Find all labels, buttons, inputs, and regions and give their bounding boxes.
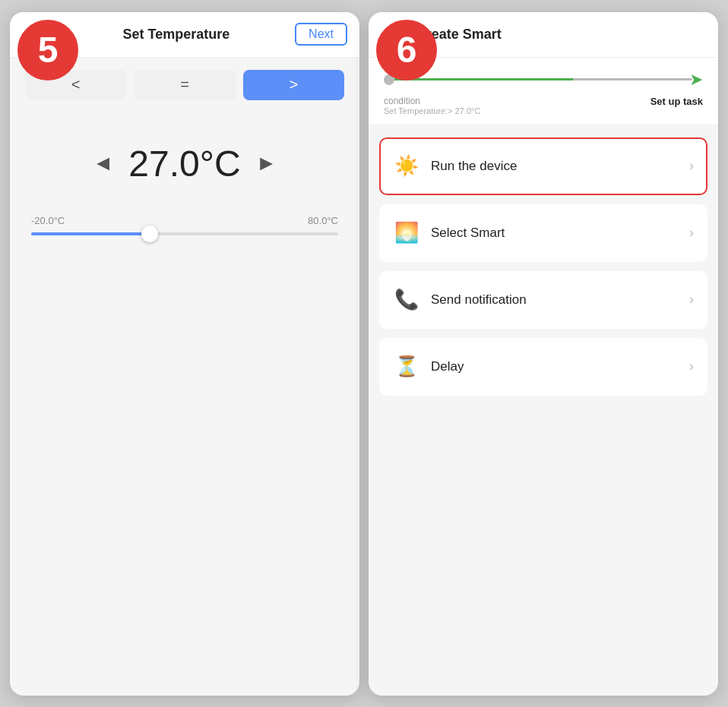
send-notification-label: Send notification	[431, 292, 679, 308]
run-device-label: Run the device	[431, 159, 679, 174]
select-smart-chevron: ›	[689, 225, 694, 241]
temp-decrease-arrow[interactable]: ◄	[93, 151, 114, 175]
temp-increase-arrow[interactable]: ►	[256, 151, 277, 175]
delay-chevron: ›	[689, 358, 694, 374]
slider-thumb[interactable]	[141, 226, 158, 242]
temp-display: ◄ 27.0°C ►	[10, 112, 359, 207]
temp-value: 27.0°C	[128, 143, 240, 185]
progress-line	[394, 78, 692, 80]
progress-condition-label-group: condition Set Temperature:> 27.0°C	[384, 96, 480, 115]
delay-icon: ⏳	[393, 353, 420, 380]
task-item-delay[interactable]: ⏳ Delay ›	[379, 338, 707, 396]
step-badge-5: 5	[17, 20, 78, 80]
progress-condition-sub: Set Temperature:> 27.0°C	[384, 106, 480, 115]
run-device-icon: ☀️	[393, 153, 420, 180]
task-item-send-notification[interactable]: 📞 Send notification ›	[379, 271, 707, 329]
slider-track[interactable]	[31, 232, 338, 235]
progress-task-label: Set up task	[650, 96, 703, 115]
task-list: ☀️ Run the device › 🌅 Select Smart › 📞 S…	[369, 125, 718, 408]
run-device-chevron: ›	[689, 158, 694, 174]
next-button[interactable]: Next	[295, 23, 347, 46]
task-item-run-device[interactable]: ☀️ Run the device ›	[379, 137, 707, 195]
delay-label: Delay	[431, 359, 679, 374]
screen2-create-smart: 6 ‹ Create Smart ➤ condition Set Tempera…	[369, 12, 718, 696]
slider-max-label: 80.0°C	[308, 215, 338, 226]
condition-equal-btn[interactable]: =	[134, 70, 235, 100]
progress-track: ➤	[384, 70, 703, 90]
task-item-select-smart[interactable]: 🌅 Select Smart ›	[379, 204, 707, 262]
select-smart-label: Select Smart	[431, 226, 679, 241]
screen1-set-temperature: 5 ‹ Set Temperature Next < = > ◄ 27.0°C …	[10, 12, 359, 696]
progress-condition-label: condition	[384, 96, 475, 106]
send-notification-chevron: ›	[689, 292, 694, 308]
slider-labels: -20.0°C 80.0°C	[31, 215, 338, 226]
step-badge-6: 6	[376, 20, 437, 80]
send-notification-icon: 📞	[393, 286, 420, 314]
select-smart-icon: 🌅	[393, 219, 420, 247]
slider-min-label: -20.0°C	[31, 215, 65, 226]
screen1-title: Set Temperature	[123, 27, 230, 43]
progress-labels: condition Set Temperature:> 27.0°C Set u…	[384, 96, 703, 115]
condition-greater-btn[interactable]: >	[243, 70, 344, 100]
slider-fill	[31, 232, 148, 235]
temperature-slider-area: -20.0°C 80.0°C	[10, 207, 359, 251]
